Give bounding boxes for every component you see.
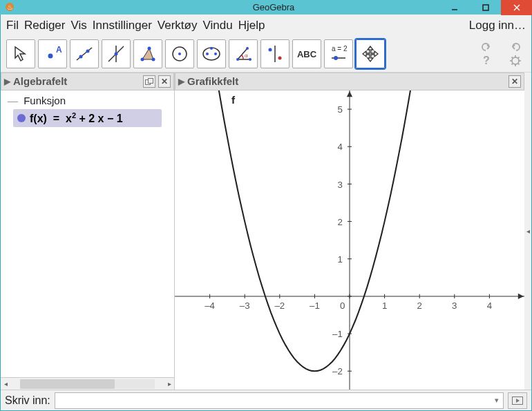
toolbar-right: ? [476, 41, 526, 67]
help-button[interactable]: ? [476, 55, 497, 67]
menu-help[interactable]: Hjelp [238, 19, 265, 32]
svg-text:–3: –3 [240, 300, 250, 311]
svg-point-26 [246, 47, 249, 50]
menu-view[interactable]: Vis [71, 19, 87, 32]
algebra-title: Algebrafelt [13, 75, 140, 87]
menu-settings[interactable]: Innstillinger [93, 19, 152, 32]
tool-angle[interactable]: α [229, 39, 258, 68]
svg-point-33 [334, 56, 338, 60]
svg-text:a = 2: a = 2 [332, 45, 348, 52]
tool-ellipse[interactable] [197, 39, 226, 68]
svg-text:α: α [245, 52, 248, 59]
login-link[interactable]: Logg inn… [469, 19, 526, 32]
graphics-header[interactable]: ▶ Grafikkfelt ✕ [175, 73, 524, 90]
svg-point-15 [141, 58, 144, 61]
maximize-button[interactable] [470, 0, 501, 15]
svg-text:–2: –2 [274, 300, 285, 311]
svg-text:3: 3 [337, 179, 342, 189]
app-icon: ♨ [4, 1, 15, 12]
collapse-icon: — [8, 95, 18, 106]
svg-text:3: 3 [452, 300, 457, 311]
menu-file[interactable]: Fil [6, 19, 19, 32]
graphics-panel: ▶ Grafikkfelt ✕ –4–3–2–101234–2–112345f [175, 73, 524, 390]
scroll-left-icon[interactable]: ◂ [1, 380, 10, 388]
graphics-title: Grafikkfelt [187, 75, 506, 87]
svg-line-41 [512, 64, 513, 65]
tree-category[interactable]: — Funksjon [3, 93, 171, 108]
svg-text:–2: –2 [332, 366, 343, 376]
svg-text:4: 4 [487, 300, 493, 311]
scroll-right-icon[interactable]: ▸ [164, 380, 174, 388]
graphics-canvas[interactable]: –4–3–2–101234–2–112345f [175, 90, 524, 390]
svg-point-30 [278, 57, 282, 60]
close-button[interactable] [501, 0, 532, 15]
input-bar: Skriv inn: ▾ [1, 390, 531, 410]
tool-move-view[interactable] [356, 39, 385, 68]
tool-circle[interactable] [165, 39, 194, 68]
undo-button[interactable] [476, 41, 497, 53]
svg-point-9 [79, 55, 83, 59]
close-panel-icon[interactable]: ✕ [158, 75, 171, 88]
redo-button[interactable] [505, 41, 526, 53]
tool-line[interactable] [70, 39, 99, 68]
algebra-panel: ▶ Algebrafelt ✕ — Funksjon f(x) = x2 + 2… [1, 73, 175, 390]
svg-point-22 [214, 52, 217, 55]
svg-line-39 [512, 57, 513, 59]
settings-button[interactable] [505, 55, 526, 67]
input-label: Skriv inn: [5, 394, 50, 407]
menu-edit[interactable]: Rediger [24, 19, 66, 32]
svg-text:1: 1 [337, 254, 342, 265]
svg-line-42 [518, 57, 520, 59]
svg-text:0: 0 [340, 300, 345, 311]
svg-point-25 [249, 58, 251, 61]
side-expander[interactable]: ◂ [524, 73, 531, 390]
toolbar: A α ABC a = 2 ? [1, 37, 531, 73]
menu-tools[interactable]: Verktøy [158, 19, 198, 32]
tool-reflect[interactable] [260, 39, 289, 68]
tool-point[interactable]: A [38, 39, 67, 68]
tool-slider[interactable]: a = 2 [324, 39, 353, 68]
function-expression: f(x) = x2 + 2 x − 1 [30, 111, 123, 125]
svg-point-17 [148, 47, 151, 50]
tool-perpendicular[interactable] [102, 39, 131, 68]
svg-text:–1: –1 [332, 329, 343, 339]
svg-line-8 [77, 48, 92, 60]
svg-text:2: 2 [417, 300, 422, 311]
svg-point-23 [210, 47, 213, 50]
svg-point-16 [152, 58, 155, 61]
triangle-right-icon: ▶ [4, 77, 10, 86]
tree-function[interactable]: f(x) = x2 + 2 x − 1 [13, 109, 162, 127]
tool-text[interactable]: ABC [292, 39, 321, 68]
svg-text:–4: –4 [205, 300, 215, 311]
input-help-button[interactable] [508, 392, 527, 409]
svg-text:2: 2 [337, 216, 342, 227]
dropdown-icon[interactable]: ▾ [495, 396, 499, 405]
svg-point-24 [236, 58, 239, 61]
category-label: Funksjon [23, 95, 66, 106]
minimize-button[interactable] [439, 0, 470, 15]
detach-icon[interactable] [143, 75, 155, 88]
function-color-bullet [17, 114, 26, 122]
svg-point-19 [178, 52, 181, 55]
menu-window[interactable]: Vindu [202, 19, 232, 32]
svg-text:A: A [56, 45, 62, 55]
algebra-hscrollbar[interactable]: ◂ ▸ [1, 377, 174, 390]
close-panel-icon[interactable]: ✕ [509, 75, 521, 88]
menu-bar: Fil Rediger Vis Innstillinger Verktøy Vi… [1, 15, 531, 37]
svg-point-6 [48, 54, 53, 59]
algebra-body: — Funksjon f(x) = x2 + 2 x − 1 [1, 90, 174, 377]
svg-text:–1: –1 [310, 300, 320, 311]
triangle-right-icon: ▶ [178, 77, 184, 86]
svg-text:1: 1 [382, 300, 387, 311]
svg-rect-3 [483, 5, 488, 10]
tool-move[interactable] [6, 39, 35, 68]
algebra-header[interactable]: ▶ Algebrafelt ✕ [1, 73, 174, 90]
svg-text:♨: ♨ [7, 3, 13, 11]
tool-polygon[interactable] [133, 39, 162, 68]
svg-point-21 [206, 52, 209, 55]
svg-line-40 [518, 64, 520, 65]
svg-point-13 [115, 52, 118, 56]
svg-text:f: f [231, 93, 236, 105]
input-field[interactable]: ▾ [55, 392, 504, 409]
svg-marker-14 [142, 48, 153, 59]
